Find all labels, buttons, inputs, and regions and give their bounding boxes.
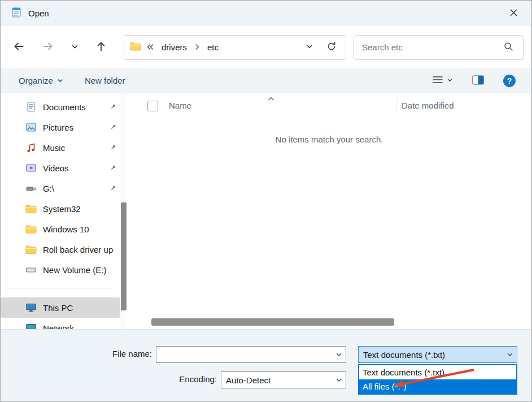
this-pc-icon bbox=[25, 302, 37, 313]
sidebar-item-label: Documents bbox=[43, 102, 103, 112]
music-icon bbox=[25, 142, 37, 153]
sidebar-item-roll-back-driver[interactable]: Roll back driver up bbox=[1, 239, 120, 260]
file-name-input[interactable] bbox=[161, 350, 333, 360]
sidebar-item-network[interactable]: Network bbox=[1, 318, 120, 329]
sidebar-item-windows-10[interactable]: Windows 10 bbox=[1, 219, 120, 239]
sidebar-item-label: Network bbox=[43, 323, 117, 330]
network-icon bbox=[25, 322, 37, 329]
breadcrumb-item-etc[interactable]: etc bbox=[205, 41, 221, 53]
sidebar-separator bbox=[7, 288, 112, 288]
sidebar-item-label: This PC bbox=[43, 303, 117, 313]
recent-locations-button[interactable] bbox=[67, 37, 82, 58]
folder-icon bbox=[25, 223, 37, 235]
forward-button[interactable] bbox=[38, 37, 58, 58]
documents-icon bbox=[25, 101, 37, 113]
help-button[interactable]: ? bbox=[501, 72, 518, 89]
views-button[interactable] bbox=[430, 73, 455, 88]
horizontal-scrollbar-thumb[interactable] bbox=[151, 318, 394, 326]
column-divider[interactable] bbox=[396, 98, 396, 113]
pin-icon bbox=[109, 165, 117, 171]
help-icon: ? bbox=[503, 75, 516, 87]
sidebar-item-new-volume-e[interactable]: New Volume (E:) bbox=[1, 260, 120, 280]
sidebar-item-videos[interactable]: Videos bbox=[1, 158, 120, 178]
encoding-label: Encoding: bbox=[158, 374, 217, 384]
arrow-left-icon bbox=[12, 40, 25, 54]
window-title: Open bbox=[28, 8, 49, 18]
encoding-selected-value: Auto-Detect bbox=[226, 375, 333, 385]
chevron-down-icon[interactable] bbox=[507, 351, 513, 358]
dialog-content: Documents Pictures Music bbox=[1, 93, 531, 329]
chevron-down-icon[interactable] bbox=[335, 377, 342, 383]
back-button[interactable] bbox=[8, 37, 29, 58]
titlebar: Open bbox=[1, 1, 531, 26]
vertical-scrollbar-thumb[interactable] bbox=[121, 202, 127, 310]
option-text-documents[interactable]: Text documents (*.txt) bbox=[359, 365, 516, 379]
pin-icon bbox=[109, 124, 117, 131]
breadcrumb-item-drivers[interactable]: drivers bbox=[159, 41, 189, 53]
close-button[interactable] bbox=[501, 3, 526, 24]
file-name-combobox[interactable] bbox=[156, 346, 346, 363]
sidebar-item-music[interactable]: Music bbox=[1, 137, 120, 158]
organize-label: Organize bbox=[19, 76, 53, 85]
sidebar-item-label: New Volume (E:) bbox=[43, 265, 117, 275]
usb-drive-icon bbox=[25, 183, 37, 194]
sidebar-item-label: System32 bbox=[43, 204, 117, 214]
sidebar-item-system32[interactable]: System32 bbox=[1, 198, 120, 219]
column-header-date-modified[interactable]: Date modified bbox=[402, 101, 454, 110]
column-header-name[interactable]: Name bbox=[169, 101, 191, 110]
select-all-checkbox[interactable] bbox=[147, 101, 158, 111]
up-button[interactable] bbox=[91, 37, 111, 58]
pictures-icon bbox=[25, 122, 37, 133]
chevron-down-icon[interactable] bbox=[335, 351, 342, 358]
chevron-down-icon bbox=[306, 42, 313, 52]
preview-pane-icon bbox=[472, 75, 484, 87]
chevron-down-icon bbox=[447, 76, 453, 85]
horizontal-scrollbar[interactable] bbox=[128, 318, 530, 326]
pin-icon bbox=[109, 144, 117, 151]
file-type-combobox[interactable]: Text documents (*.txt) bbox=[358, 346, 517, 363]
chevron-down-icon bbox=[57, 76, 63, 85]
empty-message: No items match your search. bbox=[127, 135, 531, 144]
file-type-dropdown-list: Text documents (*.txt) All files (*.*) bbox=[358, 364, 517, 395]
organize-button[interactable]: Organize bbox=[13, 72, 69, 89]
preview-pane-button[interactable] bbox=[470, 73, 486, 89]
sidebar-item-pictures[interactable]: Pictures bbox=[1, 117, 120, 137]
list-view-icon bbox=[432, 75, 443, 86]
sidebar-item-label: Roll back driver up bbox=[43, 245, 117, 254]
breadcrumb-collapsed-icon[interactable] bbox=[146, 42, 154, 52]
arrow-up-icon bbox=[95, 40, 107, 54]
refresh-icon bbox=[326, 41, 337, 53]
sort-ascending-icon bbox=[267, 93, 275, 103]
sidebar-item-g-drive[interactable]: G:\ bbox=[1, 178, 120, 198]
notepad-app-icon bbox=[11, 7, 22, 20]
sidebar-item-documents[interactable]: Documents bbox=[1, 97, 120, 117]
sidebar-item-label: Pictures bbox=[43, 123, 103, 132]
navigation-bar: drivers etc bbox=[1, 26, 531, 68]
navigation-pane: Documents Pictures Music bbox=[1, 93, 120, 329]
arrow-right-icon bbox=[42, 40, 54, 54]
address-dropdown-button[interactable] bbox=[301, 38, 318, 57]
folder-icon bbox=[25, 203, 37, 214]
option-all-files[interactable]: All files (*.*) bbox=[359, 379, 516, 394]
encoding-combobox[interactable]: Auto-Detect bbox=[221, 371, 346, 388]
sidebar-item-label: Videos bbox=[43, 163, 103, 173]
new-folder-button[interactable]: New folder bbox=[79, 72, 131, 89]
sidebar-item-this-pc[interactable]: This PC bbox=[1, 297, 120, 318]
chevron-down-icon bbox=[71, 43, 79, 52]
command-toolbar: Organize New folder bbox=[1, 68, 531, 93]
file-list: Name Date modified No items match your s… bbox=[127, 93, 531, 329]
search-input[interactable] bbox=[362, 42, 499, 52]
sidebar-item-label: Music bbox=[43, 143, 103, 153]
vertical-scrollbar[interactable] bbox=[120, 93, 127, 329]
breadcrumb[interactable]: drivers etc bbox=[124, 35, 346, 60]
refresh-button[interactable] bbox=[323, 38, 340, 57]
close-icon bbox=[509, 8, 518, 19]
sidebar-item-label: G:\ bbox=[43, 184, 103, 193]
search-icon bbox=[503, 41, 513, 53]
file-name-label: File name: bbox=[90, 349, 152, 358]
search-button[interactable] bbox=[499, 38, 517, 57]
pin-icon bbox=[109, 185, 117, 192]
dialog-footer: File name: Text documents (*.txt) Encodi… bbox=[1, 329, 531, 401]
new-folder-label: New folder bbox=[85, 76, 125, 85]
videos-icon bbox=[25, 162, 37, 174]
